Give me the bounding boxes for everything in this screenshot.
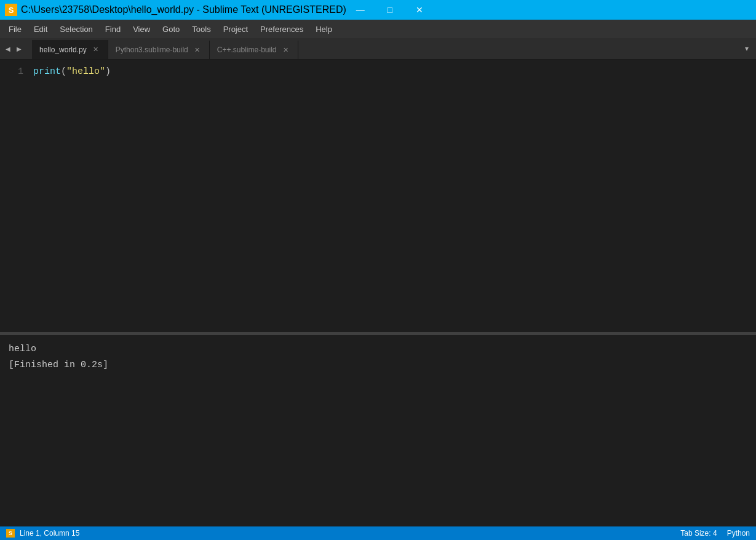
tab-cpp-build[interactable]: C++.sublime-build ✕ bbox=[210, 41, 298, 59]
status-left: S Line 1, Column 15 bbox=[6, 529, 79, 538]
tab-bar: hello_world.py ✕ Python3.sublime-build ✕… bbox=[0, 38, 756, 60]
tab-size[interactable]: Tab Size: 4 bbox=[680, 529, 717, 538]
console-line-1: hello bbox=[9, 341, 747, 357]
maximize-button[interactable]: □ bbox=[376, 0, 404, 20]
menu-help[interactable]: Help bbox=[309, 22, 338, 36]
menu-edit[interactable]: Edit bbox=[28, 22, 54, 36]
code-editor[interactable]: print("hello") bbox=[31, 60, 756, 332]
menu-goto[interactable]: Goto bbox=[156, 22, 186, 36]
tab-label: hello_world.py bbox=[39, 46, 87, 54]
tab-close-cpp[interactable]: ✕ bbox=[282, 46, 290, 54]
tab-close-python3[interactable]: ✕ bbox=[193, 46, 202, 54]
tab-label: C++.sublime-build bbox=[217, 46, 277, 54]
tab-hello-world-py[interactable]: hello_world.py ✕ bbox=[32, 40, 108, 59]
tab-dropdown-button[interactable]: ▾ bbox=[738, 38, 756, 59]
menu-preferences[interactable]: Preferences bbox=[254, 22, 309, 36]
menu-selection[interactable]: Selection bbox=[54, 22, 98, 36]
menu-find[interactable]: Find bbox=[99, 22, 127, 36]
editor-area[interactable]: 1 print("hello") bbox=[0, 60, 756, 332]
tab-close-hello-world[interactable]: ✕ bbox=[92, 46, 100, 54]
tab-scroll-right[interactable]: ▶ bbox=[14, 42, 25, 57]
app-icon: S bbox=[5, 4, 17, 16]
close-button[interactable]: ✕ bbox=[405, 0, 434, 20]
menu-file[interactable]: File bbox=[2, 22, 28, 36]
status-bar: S Line 1, Column 15 Tab Size: 4 Python bbox=[0, 526, 756, 540]
status-icon: S bbox=[6, 529, 15, 538]
cursor-position: Line 1, Column 15 bbox=[20, 529, 79, 538]
tab-label: Python3.sublime-build bbox=[116, 46, 188, 54]
tab-bar-wrapper: ◀ ▶ hello_world.py ✕ Python3.sublime-bui… bbox=[0, 38, 756, 60]
status-right: Tab Size: 4 Python bbox=[680, 529, 750, 538]
menu-project[interactable]: Project bbox=[217, 22, 254, 36]
menu-view[interactable]: View bbox=[127, 22, 156, 36]
minimize-button[interactable]: — bbox=[346, 0, 375, 20]
window-title: C:\Users\23758\Desktop\hello_world.py - … bbox=[21, 4, 346, 15]
menu-tools[interactable]: Tools bbox=[186, 22, 217, 36]
window-controls: — □ ✕ bbox=[346, 0, 434, 20]
tab-python3-build[interactable]: Python3.sublime-build ✕ bbox=[108, 41, 210, 59]
console-line-2: [Finished in 0.2s] bbox=[9, 357, 747, 373]
tab-scroll-left[interactable]: ◀ bbox=[2, 42, 14, 57]
line-numbers: 1 bbox=[0, 60, 31, 332]
title-bar: S C:\Users\23758\Desktop\hello_world.py … bbox=[0, 0, 756, 20]
menu-bar: File Edit Selection Find View Goto Tools… bbox=[0, 20, 756, 38]
console-output: hello [Finished in 0.2s] bbox=[0, 335, 756, 379]
tab-scroll-controls: ◀ ▶ bbox=[0, 38, 27, 60]
line-number-1: 1 bbox=[0, 65, 23, 79]
language[interactable]: Python bbox=[727, 529, 750, 538]
